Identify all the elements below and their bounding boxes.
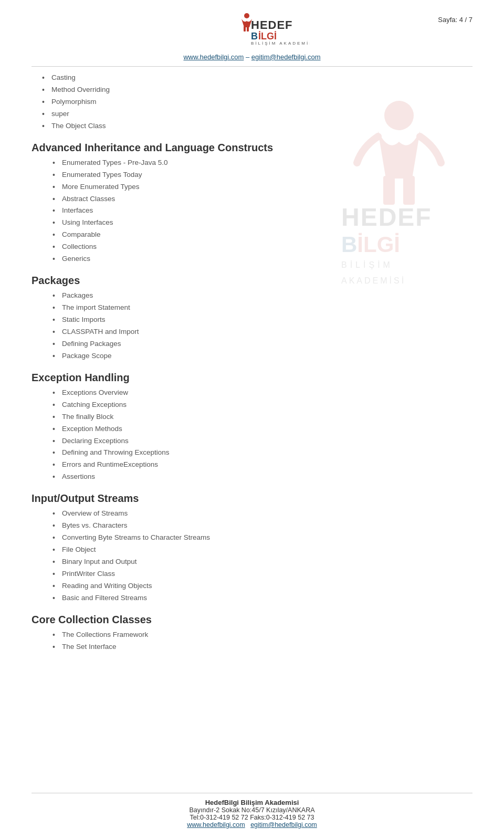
list-item: Errors and RuntimeExceptions <box>52 459 472 471</box>
list-item: Package Scope <box>52 350 472 362</box>
list-item: Binary Input and Output <box>52 556 472 568</box>
list-item: Polymorphism <box>42 96 472 108</box>
list-item: PrintWriter Class <box>52 568 472 580</box>
exception-handling-list: Exceptions Overview Catching Exceptions … <box>32 387 472 484</box>
list-item: Abstract Classes <box>52 193 472 205</box>
list-item: Converting Byte Streams to Character Str… <box>52 532 472 544</box>
list-item: The import Statement <box>52 302 472 314</box>
list-item: Exception Methods <box>52 423 472 435</box>
packages-list: Packages The import Statement Static Imp… <box>32 290 472 362</box>
list-item: Declaring Exceptions <box>52 435 472 447</box>
list-item: Defining and Throwing Exceptions <box>52 447 472 459</box>
list-item: Overview of Streams <box>52 508 472 520</box>
intro-bullet-list: Casting Method Overriding Polymorphism s… <box>32 72 472 132</box>
list-item: Generics <box>52 253 472 265</box>
svg-point-0 <box>244 13 249 18</box>
list-item: Packages <box>52 290 472 302</box>
list-item: Collections <box>52 241 472 253</box>
page: HEDEF B İLGİ BİLİŞİM AKADEMİSİ www.hedef… <box>0 0 504 839</box>
list-item: Enumerated Types - Pre-Java 5.0 <box>52 157 472 169</box>
page-footer: HedefBilgi Bilişim Akademisi Bayındır-2 … <box>32 793 472 828</box>
footer-website-link[interactable]: www.hedefbilgi.com <box>187 821 245 828</box>
io-streams-list: Overview of Streams Bytes vs. Characters… <box>32 508 472 604</box>
footer-links: www.hedefbilgi.com egitim@hedefbilgi.com <box>32 821 472 828</box>
footer-address: Bayındır-2 Sokak No:45/7 Kızılay/ANKARA <box>32 806 472 814</box>
list-item: Comparable <box>52 229 472 241</box>
section-exception-handling: Exception Handling <box>32 372 472 384</box>
footer-company: HedefBilgi Bilişim Akademisi <box>32 799 472 806</box>
main-content: Casting Method Overriding Polymorphism s… <box>32 72 472 653</box>
header-links: www.hedefbilgi.com – egitim@hedefbilgi.c… <box>32 53 472 61</box>
list-item: Enumerated Types Today <box>52 169 472 181</box>
svg-text:İLGİ: İLGİ <box>258 31 277 41</box>
list-item: Catching Exceptions <box>52 399 472 411</box>
list-item: Assertions <box>52 471 472 483</box>
core-collection-list: The Collections Framework The Set Interf… <box>32 629 472 653</box>
footer-phone: Tel:0-312-419 52 72 Faks:0-312-419 52 73 <box>32 814 472 821</box>
list-item: Defining Packages <box>52 338 472 350</box>
list-item: Static Imports <box>52 314 472 326</box>
list-item: Interfaces <box>52 205 472 217</box>
svg-text:HEDEF: HEDEF <box>251 18 293 32</box>
section-packages: Packages <box>32 275 472 287</box>
section-core-collection: Core Collection Classes <box>32 614 472 626</box>
svg-rect-2 <box>247 26 249 32</box>
advanced-inheritance-list: Enumerated Types - Pre-Java 5.0 Enumerat… <box>32 157 472 265</box>
logo-svg: HEDEF B İLGİ BİLİŞİM AKADEMİSİ <box>194 11 310 47</box>
list-item: The finally Block <box>52 411 472 423</box>
page-number: Sayfa: 4 / 7 <box>438 16 472 24</box>
svg-text:BİLİŞİM  AKADEMİSİ: BİLİŞİM AKADEMİSİ <box>251 41 310 46</box>
list-item: Reading and Writing Objects <box>52 580 472 592</box>
header-separator: – <box>246 53 251 61</box>
list-item: The Collections Framework <box>52 629 472 641</box>
list-item: The Set Interface <box>52 641 472 653</box>
email-link[interactable]: egitim@hedefbilgi.com <box>251 53 321 61</box>
list-item: The Object Class <box>42 120 472 132</box>
section-advanced-inheritance: Advanced Inheritance and Language Constr… <box>32 142 472 154</box>
section-io-streams: Input/Output Streams <box>32 492 472 505</box>
list-item: Bytes vs. Characters <box>52 520 472 532</box>
website-link[interactable]: www.hedefbilgi.com <box>183 53 244 61</box>
list-item: Exceptions Overview <box>52 387 472 399</box>
list-item: CLASSPATH and Import <box>52 326 472 338</box>
svg-rect-1 <box>244 26 246 32</box>
list-item: More Enumerated Types <box>52 181 472 193</box>
list-item: Method Overriding <box>42 84 472 96</box>
list-item: Using Interfaces <box>52 217 472 229</box>
svg-text:B: B <box>251 31 258 41</box>
list-item: Casting <box>42 72 472 84</box>
list-item: super <box>42 108 472 120</box>
list-item: File Object <box>52 544 472 556</box>
list-item: Basic and Filtered Streams <box>52 592 472 604</box>
page-header: HEDEF B İLGİ BİLİŞİM AKADEMİSİ www.hedef… <box>32 11 472 67</box>
logo: HEDEF B İLGİ BİLİŞİM AKADEMİSİ <box>32 11 472 49</box>
footer-email-link[interactable]: egitim@hedefbilgi.com <box>250 821 317 828</box>
